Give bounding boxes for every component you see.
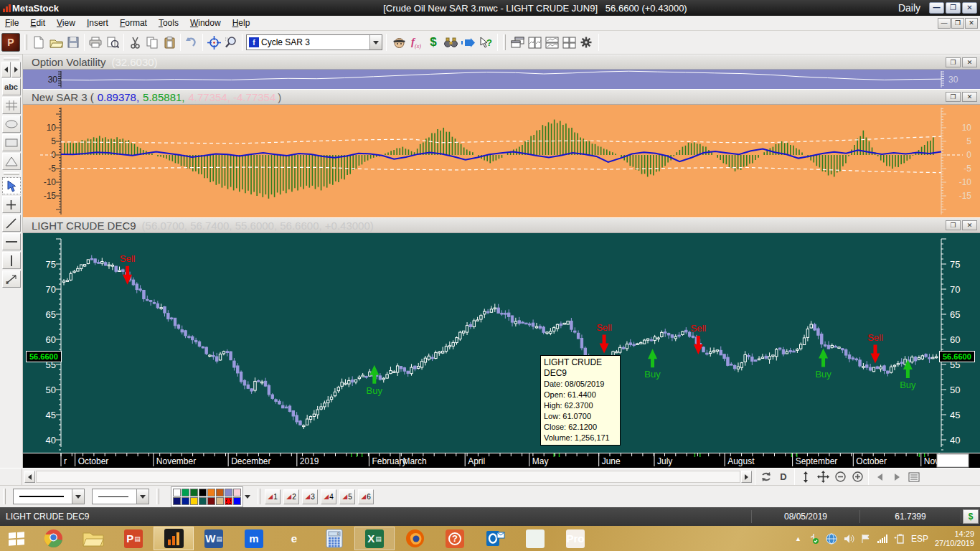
toolbar-handle[interactable] xyxy=(503,34,506,50)
downloader-button[interactable]: $ xyxy=(963,509,979,524)
color-swatch[interactable] xyxy=(233,497,241,505)
price-panel-header[interactable]: LIGHT CRUDE DEC9 (56.0700, 56.7400, 55.6… xyxy=(23,217,980,233)
trendline[interactable] xyxy=(2,215,21,232)
taskbar-pro-app-icon[interactable]: Pro xyxy=(555,527,595,550)
color-swatch[interactable] xyxy=(182,489,189,496)
palette-handle[interactable] xyxy=(4,57,19,60)
chart-template-2-button[interactable]: ◢2 xyxy=(283,489,299,504)
expert-button[interactable]: ? xyxy=(476,34,494,51)
line-style-combo[interactable] xyxy=(92,489,149,504)
scroll-left-tool[interactable] xyxy=(1,62,11,77)
panel-close-button[interactable]: ✕ xyxy=(962,57,977,67)
color-swatch[interactable] xyxy=(216,497,224,505)
periodicity-daily-button[interactable]: D xyxy=(775,469,792,484)
print-button[interactable] xyxy=(87,34,104,51)
color-swatch[interactable] xyxy=(225,489,232,496)
explorer-button[interactable] xyxy=(390,34,407,51)
taskbar-outlook-icon[interactable] xyxy=(475,527,515,550)
mdi-minimize-button[interactable]: — xyxy=(938,18,951,29)
menu-file[interactable]: File xyxy=(0,17,24,29)
cascade-button[interactable] xyxy=(509,34,526,51)
palette-handle[interactable] xyxy=(4,172,19,175)
taskbar-maxthon-icon[interactable]: m xyxy=(234,527,274,550)
taskbar-word-icon[interactable]: W▤ xyxy=(194,527,234,550)
options-button[interactable] xyxy=(578,34,595,51)
taskbar-excel-icon[interactable]: X▤ xyxy=(354,527,395,550)
scroll-right-tool[interactable] xyxy=(11,62,21,77)
rectangle-tool[interactable] xyxy=(2,134,21,151)
minimize-button[interactable]: — xyxy=(929,2,944,14)
network-icon[interactable] xyxy=(826,533,837,545)
battery-power-icon[interactable] xyxy=(894,534,905,544)
chart-template-1-button[interactable]: ◢1 xyxy=(265,489,281,504)
panel-restore-button[interactable]: ❐ xyxy=(946,57,961,67)
menu-window[interactable]: Window xyxy=(184,17,227,29)
binoculars-button[interactable] xyxy=(442,34,459,51)
color-swatch[interactable] xyxy=(199,497,207,505)
chart-template-5-button[interactable]: ◢5 xyxy=(339,489,355,504)
toolbar-handle[interactable] xyxy=(3,489,6,504)
indicator-quicklist-dropdown[interactable] xyxy=(369,35,382,50)
menu-format[interactable]: Format xyxy=(114,17,153,29)
restore-button[interactable]: ❐ xyxy=(946,2,961,14)
mdi-restore-button[interactable]: ❐ xyxy=(951,18,964,29)
prev-button[interactable] xyxy=(871,469,888,484)
panel-restore-button[interactable]: ❐ xyxy=(946,92,961,102)
color-swatch[interactable] xyxy=(216,489,224,496)
dollar-button[interactable]: $ xyxy=(425,34,442,51)
taskbar-calculator-icon[interactable]: 0 xyxy=(314,527,354,550)
toolbar-handle[interactable] xyxy=(24,34,27,50)
start-button[interactable] xyxy=(0,526,33,551)
panel-restore-button[interactable]: ❐ xyxy=(946,220,961,230)
power-console-button[interactable]: P xyxy=(1,33,20,52)
layout-list-button[interactable] xyxy=(905,469,923,484)
regression-line[interactable]: s xyxy=(2,270,21,288)
copy-button[interactable] xyxy=(143,34,161,51)
taskbar-chrome-icon[interactable] xyxy=(33,527,73,550)
line-style-dropdown[interactable] xyxy=(136,489,149,504)
open-button[interactable] xyxy=(47,34,65,51)
forecast-button[interactable] xyxy=(459,34,476,51)
refresh-button[interactable] xyxy=(758,469,775,484)
taskbar-powerpoint-icon[interactable]: P▤ xyxy=(113,527,154,550)
color-swatch[interactable] xyxy=(182,497,189,505)
tileh-button[interactable] xyxy=(543,34,560,51)
panel-close-button[interactable]: ✕ xyxy=(962,220,977,230)
preview-button[interactable] xyxy=(104,34,121,51)
volatility-panel-header[interactable]: Option Volatility (32.6030) ❐ ✕ xyxy=(23,55,980,70)
line-weight-dropdown[interactable] xyxy=(72,489,84,504)
taskbar-internet-explorer-icon[interactable]: e xyxy=(274,527,314,550)
toolbar-handle[interactable] xyxy=(258,489,260,504)
crosshair-tool[interactable] xyxy=(2,196,21,213)
undo-button[interactable] xyxy=(183,34,200,51)
tilegrid-button[interactable] xyxy=(560,34,578,51)
cut-button[interactable] xyxy=(126,34,143,51)
color-swatch[interactable] xyxy=(173,497,181,505)
menu-view[interactable]: View xyxy=(51,17,81,29)
taskbar-sync-app-icon[interactable] xyxy=(515,527,555,550)
tilev-button[interactable] xyxy=(526,34,543,51)
language-indicator[interactable]: ESP xyxy=(911,534,928,544)
horizontal-line[interactable] xyxy=(2,233,21,250)
scroll-right-button[interactable] xyxy=(741,471,752,483)
new-button[interactable] xyxy=(30,34,47,51)
indicator-quicklist[interactable]: f Cycle SAR 3 xyxy=(246,34,382,50)
color-swatch[interactable] xyxy=(207,489,215,496)
menu-tools[interactable]: Tools xyxy=(153,17,184,29)
vertical-line[interactable] xyxy=(2,252,21,269)
volume-icon[interactable] xyxy=(844,534,854,544)
pan-button[interactable] xyxy=(814,469,831,484)
panel-close-button[interactable]: ✕ xyxy=(962,92,977,102)
sar-chart[interactable]: 10105500-5-5-10-10-15-15 xyxy=(23,105,980,217)
chart-template-3-button[interactable]: ◢3 xyxy=(302,489,318,504)
toolbar-handle[interactable] xyxy=(156,489,159,504)
next-button[interactable] xyxy=(888,469,905,484)
tray-expand-icon[interactable]: ▲ xyxy=(795,535,801,542)
time-axis[interactable]: rOctoberNovemberDecember2019FebruaryMarc… xyxy=(23,453,980,468)
color-palette-dropdown[interactable] xyxy=(245,495,250,499)
volatility-chart[interactable]: 3030 xyxy=(23,70,980,89)
ellipse-tool[interactable] xyxy=(2,116,21,133)
color-swatch[interactable] xyxy=(225,497,232,505)
color-swatch[interactable] xyxy=(233,489,241,496)
crosshair-button[interactable] xyxy=(205,34,222,51)
